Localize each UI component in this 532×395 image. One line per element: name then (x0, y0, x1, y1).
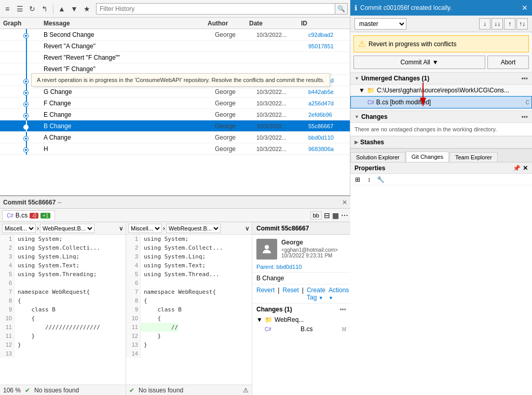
unmerged-file-item[interactable]: C# B.cs [both modified] C (350, 96, 532, 108)
warning-icon: ⚠ (243, 387, 249, 394)
toolbar-icon-filter[interactable]: ▲ (57, 4, 67, 14)
col-author-header: Author (208, 20, 249, 27)
cs-file-icon: C# (367, 100, 374, 105)
pull-button[interactable]: ↓↓ (492, 18, 503, 30)
right-pane-select-1[interactable]: Miscell... (128, 224, 162, 233)
main-container: ≡ ☰ ↻ ↰ ▲ ▼ ★ 🔍 Graph Message Author Dat… (0, 0, 532, 395)
history-row[interactable]: B Second Change George 10/3/2022... c92d… (0, 29, 350, 40)
code-line: 6 (126, 279, 252, 288)
diff-close-button[interactable]: ✕ (342, 199, 347, 206)
commit-all-button[interactable]: Commit All ▼ (353, 56, 485, 69)
toolbar-icon-1[interactable]: ≡ (2, 4, 12, 14)
history-row[interactable]: E Change George 10/3/2022... 2efd6b96 (0, 109, 350, 120)
code-line: 9 class B (126, 305, 252, 314)
properties-label: Properties (354, 165, 385, 172)
sync-button[interactable]: ↑↓ (516, 18, 528, 30)
toolbar-icon-2[interactable]: ☰ (15, 4, 25, 14)
left-status-text: No issues found (34, 387, 79, 394)
diff-toolbar-icon-bb[interactable]: bb (310, 211, 322, 220)
tab-git-changes[interactable]: Git Changes (406, 152, 449, 162)
folder-name: WebReq... (275, 316, 304, 323)
left-panel: ≡ ☰ ↻ ↰ ▲ ▼ ★ 🔍 Graph Message Author Dat… (0, 0, 350, 395)
filter-input[interactable] (96, 3, 335, 15)
toolbar-icon-back[interactable]: ↰ (39, 4, 50, 14)
unmerged-folder-item[interactable]: ▼ 📁 C:\Users\gghan\source\repos\WorkUCG\… (350, 85, 532, 96)
author-cell: George (215, 100, 256, 107)
diff-file-tab[interactable]: C# B.cs -0 +1 (2, 210, 55, 220)
prop-categorized-button[interactable]: ⊞ (352, 175, 363, 184)
right-diff-statusbar: ✔ No issues found ⚠ (126, 385, 252, 395)
changes-ellipsis[interactable]: ••• (339, 306, 346, 313)
branch-bar: master ↓ ↓↓ ↑ ↑↓ (350, 16, 532, 32)
changes-file[interactable]: C# B.cs M (254, 324, 348, 334)
right-diff-code[interactable]: 1using System; 2using System.Collect... … (126, 235, 252, 385)
code-line: 8{ (126, 296, 252, 305)
right-pane-select-2[interactable]: WebRequest.B... (166, 224, 221, 233)
message-cell: F Change (42, 100, 215, 107)
code-line: 13 (0, 349, 126, 358)
left-pane-arrow[interactable]: ∨ (119, 225, 124, 232)
date-cell: 10/3/2022... (256, 89, 308, 95)
file-name: B.cs (301, 325, 312, 333)
stashes-section[interactable]: ▶ Stashes (350, 136, 532, 148)
code-line: 12} (0, 340, 126, 349)
history-row-selected[interactable]: B Change George 10/3/2022... 55c86667 (0, 120, 350, 132)
code-line: 11 // (126, 323, 252, 332)
changes-ellipsis-button[interactable]: ••• (521, 113, 528, 120)
branch-actions: ↓ ↓↓ ↑ ↑↓ (479, 18, 528, 30)
code-line: 1using System; (126, 235, 252, 243)
id-cell: a256d47d (308, 100, 350, 106)
toolbar-icon-star[interactable]: ★ (81, 4, 92, 14)
tab-team-explorer[interactable]: Team Explorer (449, 152, 498, 162)
changes-folder[interactable]: ▼ 📁 WebReq... (254, 315, 348, 324)
commit-actions: Revert | Reset | Create Tag ▼ Actions ▼ (252, 284, 350, 303)
revert-link[interactable]: Revert (256, 287, 275, 301)
push-button[interactable]: ↑ (504, 18, 515, 30)
author-cell: George (215, 134, 256, 141)
toolbar-icon-sort[interactable]: ▼ (69, 4, 79, 14)
code-line: 7namespace WebRequest{ (126, 288, 252, 296)
unmerged-ellipsis-button[interactable]: ••• (521, 75, 528, 82)
properties-pin-icon[interactable]: 📌 (513, 165, 521, 172)
author-cell: George (215, 122, 256, 130)
message-cell: H (42, 145, 215, 153)
graph-cell (0, 98, 42, 109)
diff-panel: Commit 55c86667 – ✕ C# B.cs -0 +1 bb ⊟ ▦… (0, 195, 350, 395)
prop-wrench-button[interactable]: 🔧 (375, 175, 386, 184)
commit-parent[interactable]: Parent: bbd0d110 (252, 264, 350, 272)
abort-button[interactable]: Abort (487, 56, 529, 69)
reset-link[interactable]: Reset (282, 287, 298, 301)
history-row[interactable]: A Change George 10/3/2022... bbd0d110 (0, 132, 350, 143)
code-line: 9 class B (0, 305, 126, 314)
tab-solution-explorer[interactable]: Solution Explorer (350, 152, 405, 162)
left-diff-code[interactable]: 1using System; 2using System.Collecti...… (0, 235, 126, 385)
prop-alphabetical-button[interactable]: ↕ (364, 175, 374, 184)
col-message-header: Message (42, 20, 208, 27)
diff-minimize-button[interactable]: – (58, 199, 61, 206)
id-cell: c92dbad2 (308, 32, 350, 38)
author-cell: George (215, 31, 256, 38)
toolbar-icon-refresh[interactable]: ↻ (27, 4, 37, 14)
history-row[interactable]: Revert "A Change" 95017851 (0, 40, 350, 52)
create-tag-link[interactable]: Create Tag ▼ (307, 287, 325, 301)
search-button[interactable]: 🔍 (335, 3, 348, 15)
diff-badge-green: +1 (40, 213, 50, 219)
properties-close-icon[interactable]: ✕ (523, 165, 528, 172)
fetch-button[interactable]: ↓ (479, 18, 490, 30)
history-row[interactable]: F Change George 10/3/2022... a256d47d (0, 98, 350, 109)
branch-select[interactable]: master (354, 18, 406, 30)
history-row[interactable]: Revert "Revert "F Change"" (0, 52, 350, 63)
diff-toolbar-icon-more[interactable]: ⋯ (341, 211, 348, 220)
diff-toolbar-icon-view[interactable]: ▦ (332, 211, 339, 220)
history-row[interactable]: G Change George 10/3/2022... b442ab5e (0, 86, 350, 98)
left-pane-select-2[interactable]: WebRequest.B... (40, 224, 94, 233)
separator-icon-2: › (163, 225, 165, 232)
history-row[interactable]: H George 10/3/2022... 9683806a (0, 143, 350, 155)
actions-link[interactable]: Actions ▼ (329, 287, 349, 301)
diff-toolbar-icon-split[interactable]: ⊟ (324, 211, 330, 220)
left-pane-select-1[interactable]: Miscell... (2, 224, 36, 233)
right-panel: ℹ Commit c001056f created locally. ✕ mas… (350, 0, 532, 395)
right-pane-arrow[interactable]: ∨ (245, 225, 250, 232)
commit-message: B Change (252, 272, 350, 284)
git-info-close-button[interactable]: ✕ (522, 4, 528, 12)
